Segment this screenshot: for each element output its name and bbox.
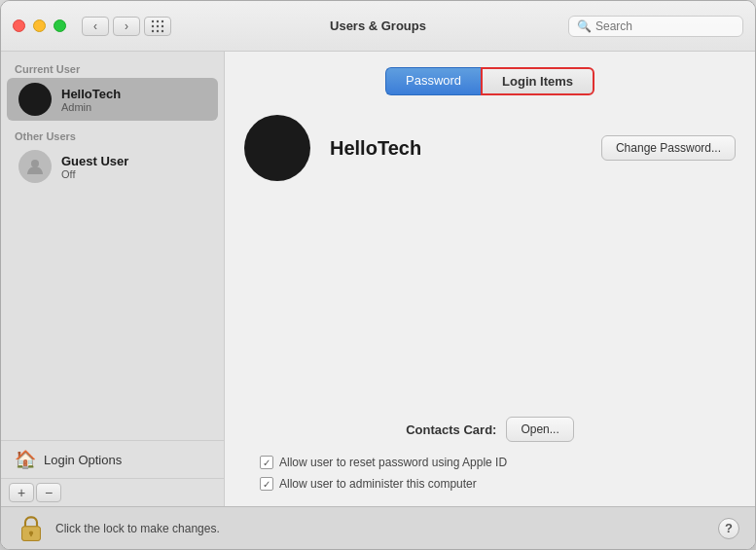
login-options-item[interactable]: 🏠 Login Options [1, 440, 224, 478]
grid-button[interactable] [144, 17, 171, 36]
tab-bar: Password Login Items [244, 67, 736, 95]
svg-point-4 [157, 24, 159, 26]
current-user-name: HelloTech [61, 87, 121, 101]
guest-user-info: Guest User Off [61, 154, 128, 180]
lock-text: Click the lock to make changes. [55, 522, 708, 535]
svg-point-5 [162, 24, 163, 26]
svg-point-1 [157, 19, 159, 21]
tab-login-items[interactable]: Login Items [481, 67, 594, 95]
checkbox-1-label: Allow user to reset password using Apple… [279, 456, 507, 469]
user-header: HelloTech Change Password... [244, 115, 736, 181]
window: ‹ › Users & Groups 🔍 [0, 0, 756, 550]
minimize-button[interactable] [33, 19, 46, 32]
close-button[interactable] [13, 19, 25, 32]
svg-point-8 [162, 29, 163, 31]
guest-user-status: Off [61, 168, 128, 180]
svg-point-7 [157, 29, 159, 31]
sidebar: Current User HelloTech Admin Other Users [1, 52, 225, 506]
current-user-label: Current User [1, 59, 224, 77]
right-panel: Password Login Items HelloTech Change Pa… [225, 52, 755, 506]
svg-point-0 [152, 19, 154, 21]
current-user-item[interactable]: HelloTech Admin [7, 78, 218, 121]
svg-rect-13 [30, 532, 32, 535]
search-input[interactable] [595, 19, 735, 33]
back-button[interactable]: ‹ [82, 17, 109, 36]
open-button[interactable]: Open... [506, 417, 573, 442]
main-content: Current User HelloTech Admin Other Users [1, 52, 755, 506]
svg-point-3 [152, 24, 154, 26]
remove-user-button[interactable]: − [36, 483, 61, 502]
svg-point-9 [31, 160, 39, 167]
sidebar-footer: + − [1, 478, 224, 506]
traffic-lights [13, 19, 66, 32]
login-options-label: Login Options [44, 453, 122, 467]
contacts-row: Contacts Card: Open... [244, 417, 736, 442]
guest-user-avatar [18, 150, 52, 183]
current-user-info: HelloTech Admin [61, 87, 121, 113]
checkboxes: ✓ Allow user to reset password using App… [244, 456, 736, 491]
user-display-name: HelloTech [330, 137, 582, 160]
forward-button[interactable]: › [113, 17, 140, 36]
current-user-role: Admin [61, 101, 121, 113]
tab-password[interactable]: Password [385, 67, 481, 95]
house-icon: 🏠 [15, 449, 36, 470]
nav-buttons: ‹ › [82, 17, 140, 36]
help-button[interactable]: ? [718, 518, 739, 539]
svg-point-6 [152, 29, 154, 31]
search-icon: 🔍 [577, 19, 592, 33]
guest-user-name: Guest User [61, 154, 128, 168]
lock-icon[interactable] [17, 514, 46, 543]
checkbox-2[interactable]: ✓ [260, 477, 273, 491]
other-users-label: Other Users [1, 127, 224, 144]
checkbox-2-label: Allow user to administer this computer [279, 477, 477, 491]
bottom-bar: Click the lock to make changes. ? [1, 506, 755, 549]
maximize-button[interactable] [54, 19, 66, 32]
current-user-avatar [18, 83, 52, 116]
user-avatar-large [244, 115, 310, 181]
add-user-button[interactable]: + [9, 483, 34, 502]
titlebar: ‹ › Users & Groups 🔍 [1, 1, 755, 52]
guest-user-item[interactable]: Guest User Off [7, 145, 218, 188]
checkbox-row-2[interactable]: ✓ Allow user to administer this computer [260, 477, 736, 491]
svg-point-2 [162, 19, 163, 21]
checkbox-1[interactable]: ✓ [260, 456, 273, 469]
sidebar-scroll: Current User HelloTech Admin Other Users [1, 52, 224, 440]
checkbox-row-1[interactable]: ✓ Allow user to reset password using App… [260, 456, 736, 469]
contacts-label: Contacts Card: [406, 422, 496, 437]
change-password-button[interactable]: Change Password... [601, 135, 736, 161]
window-title: Users & Groups [330, 18, 426, 33]
search-bar[interactable]: 🔍 [568, 16, 743, 37]
